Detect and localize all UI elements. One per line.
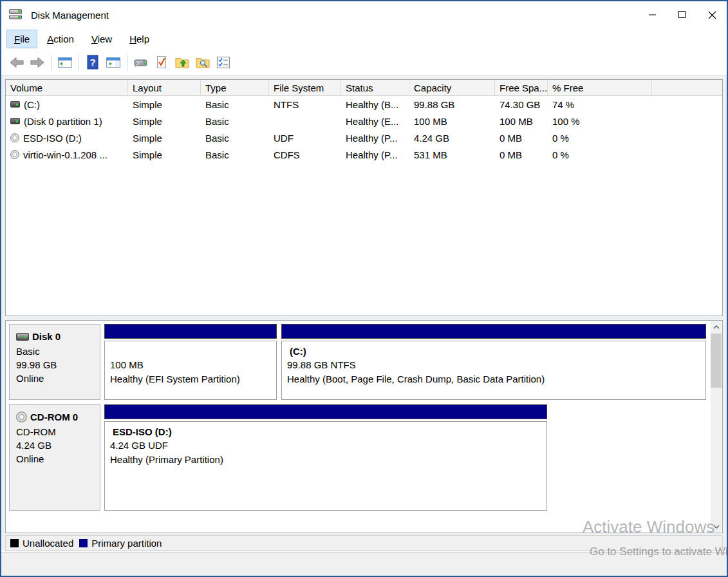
legend-primary-partition: Primary partition (79, 538, 162, 549)
vertical-scrollbar[interactable] (711, 321, 722, 532)
action-pane-icon (106, 55, 121, 70)
back-button[interactable] (6, 53, 27, 72)
partition-efi[interactable]: 100 MB Healthy (EFI System Partition) (104, 324, 277, 400)
disk-device-icon (133, 55, 149, 70)
column-header-free-space[interactable]: Free Spa... (495, 80, 548, 95)
close-icon (708, 11, 716, 19)
partition-c-box[interactable]: (C:) 99.88 GB NTFS Healthy (Boot, Page F… (281, 341, 706, 400)
cdrom-0-row: CD-ROM 0 CD-ROM 4.24 GB Online ESD-ISO (… (9, 404, 706, 511)
volume-row-c[interactable]: (C:) Simple Basic NTFS Healthy (B... 99.… (6, 96, 722, 113)
column-header-filler (652, 80, 722, 95)
unallocated-swatch (10, 539, 19, 547)
disk-0-size: 99.98 GB (16, 358, 95, 372)
column-header-pct-free[interactable]: % Free (548, 80, 652, 95)
column-header-status[interactable]: Status (341, 80, 409, 95)
partition-c[interactable]: (C:) 99.88 GB NTFS Healthy (Boot, Page F… (281, 324, 706, 400)
folder-up-arrow-icon (174, 55, 190, 70)
disk-0-type: Basic (16, 345, 95, 358)
back-arrow-icon (9, 55, 24, 70)
disk-0-label-panel[interactable]: Disk 0 Basic 99.98 GB Online (9, 324, 100, 400)
column-header-file-system[interactable]: File System (269, 80, 341, 95)
disk-icon (16, 333, 29, 341)
scroll-up-arrow[interactable] (711, 321, 722, 332)
maximize-icon (678, 11, 686, 19)
volume-list-pane: Volume Layout Type File System Status Ca… (5, 79, 723, 316)
partition-color-bar (104, 324, 277, 339)
chevron-up-icon (713, 325, 720, 329)
toolbar: ? (1, 50, 727, 76)
disk-0-row: Disk 0 Basic 99.98 GB Online 100 MB Heal… (9, 324, 706, 400)
disk-volume-icon (10, 101, 20, 108)
close-button[interactable] (697, 1, 727, 28)
cdrom-0-partitions: ESD-ISO (D:) 4.24 GB UDF Healthy (Primar… (104, 404, 706, 511)
cdrom-0-status: Online (16, 452, 95, 466)
volume-list-header: Volume Layout Type File System Status Ca… (6, 80, 722, 96)
legend-unallocated: Unallocated (10, 538, 73, 549)
menu-help[interactable]: Help (122, 30, 157, 48)
partition-efi-box[interactable]: 100 MB Healthy (EFI System Partition) (104, 341, 277, 400)
disk-volume-icon (10, 118, 20, 124)
column-header-type[interactable]: Type (201, 80, 269, 95)
menu-file[interactable]: File (6, 30, 37, 48)
disk-management-window: Disk Management File Action View Help (0, 0, 728, 577)
show-console-tree-button[interactable] (55, 53, 75, 72)
device-button[interactable] (131, 53, 151, 72)
properties-button[interactable] (213, 53, 234, 72)
minimize-button[interactable] (638, 1, 667, 28)
window-title: Disk Management (31, 10, 109, 21)
properties-list-icon (216, 55, 231, 70)
partition-esd-iso-box[interactable]: ESD-ISO (D:) 4.24 GB UDF Healthy (Primar… (104, 421, 547, 511)
maximize-button[interactable] (667, 1, 697, 28)
disk-management-app-icon (9, 8, 24, 21)
check-disk-button[interactable] (151, 53, 172, 72)
cd-volume-icon (10, 150, 19, 159)
partition-color-bar (281, 324, 706, 339)
status-bar (1, 552, 727, 576)
menu-bar: File Action View Help (1, 28, 727, 50)
primary-partition-swatch (79, 539, 88, 547)
disk-0-partitions: 100 MB Healthy (EFI System Partition) (C… (104, 324, 706, 400)
volume-row-disk0-partition1[interactable]: (Disk 0 partition 1) Simple Basic Health… (6, 113, 722, 129)
toolbar-separator (51, 55, 51, 70)
folder-search-button[interactable] (192, 53, 213, 72)
svg-text:?: ? (89, 57, 95, 68)
cd-icon (16, 411, 27, 422)
column-header-layout[interactable]: Layout (128, 80, 201, 95)
title-bar: Disk Management (1, 1, 727, 28)
column-header-capacity[interactable]: Capacity (409, 80, 495, 95)
legend-bar: Unallocated Primary partition (5, 535, 723, 551)
column-header-volume[interactable]: Volume (6, 80, 128, 95)
disk-0-status: Online (16, 372, 95, 385)
toolbar-separator (79, 55, 79, 70)
folder-search-icon (195, 55, 210, 70)
help-icon: ? (86, 55, 100, 70)
partition-color-bar (104, 404, 547, 419)
help-button[interactable]: ? (82, 53, 103, 72)
show-action-pane-button[interactable] (103, 53, 124, 72)
cdrom-0-size: 4.24 GB (16, 439, 95, 452)
partition-esd-iso[interactable]: ESD-ISO (D:) 4.24 GB UDF Healthy (Primar… (104, 404, 547, 511)
scroll-thumb[interactable] (711, 334, 722, 388)
console-tree-icon (57, 55, 73, 70)
client-area: Volume Layout Type File System Status Ca… (1, 76, 727, 550)
minimize-icon (649, 11, 657, 19)
forward-button[interactable] (27, 53, 48, 72)
menu-view[interactable]: View (84, 30, 120, 48)
cdrom-0-label-panel[interactable]: CD-ROM 0 CD-ROM 4.24 GB Online (9, 404, 100, 511)
check-document-icon (154, 55, 169, 70)
toolbar-separator (127, 55, 127, 70)
forward-arrow-icon (30, 55, 45, 70)
menu-action[interactable]: Action (39, 30, 82, 48)
cdrom-0-type: CD-ROM (16, 425, 95, 439)
graphical-view-pane: Disk 0 Basic 99.98 GB Online 100 MB Heal… (5, 320, 723, 533)
window-controls (638, 1, 727, 28)
scroll-down-arrow[interactable] (711, 521, 722, 532)
volume-row-virtio-win[interactable]: virtio-win-0.1.208 ... Simple Basic CDFS… (6, 146, 722, 163)
volume-row-esd-iso[interactable]: ESD-ISO (D:) Simple Basic UDF Healthy (P… (6, 129, 722, 146)
chevron-down-icon (713, 525, 720, 529)
cd-volume-icon (10, 133, 19, 142)
folder-up-button[interactable] (172, 53, 192, 72)
